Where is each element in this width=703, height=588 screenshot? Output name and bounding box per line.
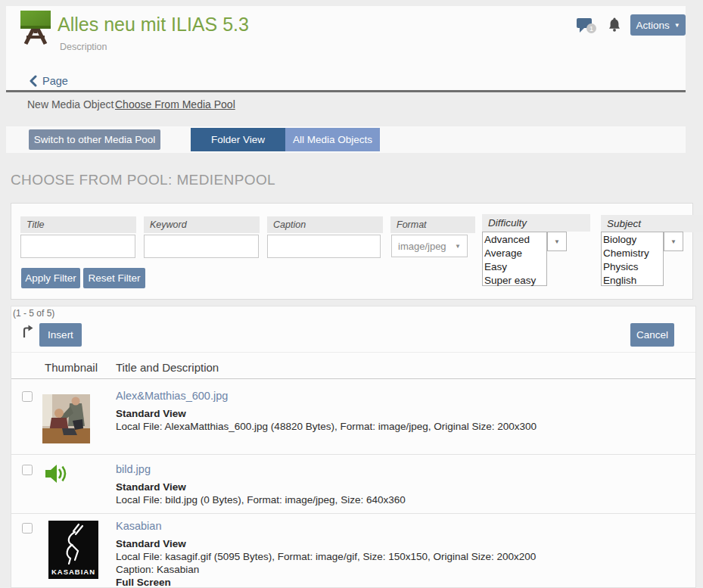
tab-choose-from-media-pool[interactable]: Choose From Media Pool <box>115 98 235 110</box>
subject-option[interactable]: Chemistry <box>603 247 661 260</box>
media-item-title-link[interactable]: Kasabian <box>116 520 161 532</box>
caret-down-icon: ▼ <box>674 22 680 29</box>
format-caret-icon: ▼ <box>455 243 461 250</box>
title-filter-label: Title <box>26 219 45 230</box>
media-file-details: Local File: AlexaMatthias_600.jpg (48820… <box>116 421 537 432</box>
difficulty-filter-label: Difficulty <box>488 217 527 229</box>
audio-speaker-icon <box>44 462 70 488</box>
keyword-filter-label: Keyword <box>150 219 187 230</box>
reset-filter-label: Reset Filter <box>88 272 140 284</box>
cancel-button-label: Cancel <box>636 329 668 341</box>
media-fullscreen-label: Full Screen <box>116 577 171 588</box>
back-chevron-icon[interactable] <box>29 75 38 90</box>
notifications-bell-icon[interactable] <box>608 17 621 36</box>
media-caption-details: Caption: Kasabian <box>116 564 199 575</box>
back-link-page[interactable]: Page <box>42 75 68 87</box>
subject-filter-label: Subject <box>607 218 641 229</box>
difficulty-filter-header: Difficulty <box>482 214 590 232</box>
all-media-objects-label: All Media Objects <box>293 134 372 145</box>
insert-arrow-icon <box>21 324 35 342</box>
toolbar-row-divider <box>11 352 695 353</box>
reset-filter-button[interactable]: Reset Filter <box>83 268 145 288</box>
kasabian-logo-thumbnail: KASABIAN <box>48 521 98 579</box>
subject-options-list[interactable]: Biology Chemistry Physics English <box>601 232 664 286</box>
caret-down-icon: ▼ <box>554 238 560 245</box>
column-header-thumbnail: Thumbnail <box>45 361 98 374</box>
subject-option[interactable]: Biology <box>603 233 661 247</box>
media-view-label: Standard View <box>116 408 186 419</box>
difficulty-dropdown-button[interactable]: ▼ <box>547 232 567 251</box>
results-card <box>11 306 696 588</box>
kasabian-logo-text: KASABIAN <box>48 568 98 576</box>
media-file-details: Local File: kasagif.gif (5095 Bytes), Fo… <box>116 551 536 562</box>
cancel-button[interactable]: Cancel <box>630 323 674 347</box>
row-divider <box>11 513 695 514</box>
row-divider <box>11 454 695 455</box>
format-filter-header: Format <box>390 216 475 233</box>
media-file-details: Local File: bild.jpg (0 Bytes), Format: … <box>116 494 406 506</box>
subject-option[interactable]: English <box>603 274 661 288</box>
actions-button-label: Actions <box>636 20 669 31</box>
insert-button[interactable]: Insert <box>39 323 82 347</box>
subject-filter-header: Subject <box>601 215 703 232</box>
blackboard-icon <box>18 9 53 48</box>
media-view-label: Standard View <box>116 481 186 493</box>
row-checkbox[interactable] <box>22 465 33 475</box>
page-title: Alles neu mit ILIAS 5.3 <box>58 14 249 36</box>
difficulty-option[interactable]: Super easy <box>484 274 545 288</box>
switch-media-pool-button[interactable]: Switch to other Media Pool <box>29 129 160 150</box>
keyword-filter-input[interactable] <box>144 235 259 258</box>
apply-filter-label: Apply Filter <box>25 272 76 284</box>
format-select[interactable]: image/jpeg ▼ <box>391 235 468 257</box>
difficulty-option[interactable]: Advanced <box>484 233 545 247</box>
page-description: Description <box>60 42 107 52</box>
difficulty-option[interactable]: Easy <box>484 260 545 274</box>
caption-filter-label: Caption <box>273 219 306 230</box>
media-thumbnail-photo <box>42 394 90 446</box>
table-header-divider <box>11 378 695 379</box>
difficulty-option[interactable]: Average <box>484 247 545 260</box>
subject-dropdown-button[interactable]: ▼ <box>664 232 683 251</box>
title-filter-header: Title <box>20 216 136 233</box>
difficulty-options-list[interactable]: Advanced Average Easy Super easy <box>482 232 547 286</box>
section-title: CHOOSE FROM POOL: MEDIENPOOL <box>11 172 275 188</box>
folder-view-label: Folder View <box>211 134 265 145</box>
comments-count-badge: 1 <box>586 23 596 33</box>
actions-button[interactable]: Actions ▼ <box>630 14 686 36</box>
media-item-title-link[interactable]: bild.jpg <box>116 463 151 475</box>
header-divider <box>6 90 686 92</box>
tab-new-media-object[interactable]: New Media Object <box>27 98 114 110</box>
format-select-value: image/jpeg <box>398 241 446 252</box>
title-filter-input[interactable] <box>20 235 135 258</box>
media-item-title-link[interactable]: Alex&Matthias_600.jpg <box>116 390 228 402</box>
caret-down-icon: ▼ <box>670 238 677 245</box>
row-checkbox[interactable] <box>22 391 33 402</box>
apply-filter-button[interactable]: Apply Filter <box>21 268 80 288</box>
format-filter-label: Format <box>397 219 427 230</box>
folder-view-toggle[interactable]: Folder View <box>191 128 285 151</box>
keyword-filter-header: Keyword <box>144 216 260 233</box>
all-media-objects-toggle[interactable]: All Media Objects <box>285 128 380 151</box>
caption-filter-input[interactable] <box>267 235 381 258</box>
caption-filter-header: Caption <box>267 216 383 233</box>
result-range-text: (1 - 5 of 5) <box>13 308 54 319</box>
media-view-label: Standard View <box>116 538 186 549</box>
row-checkbox[interactable] <box>22 523 33 534</box>
switch-media-pool-label: Switch to other Media Pool <box>34 134 156 145</box>
insert-button-label: Insert <box>48 329 73 341</box>
column-header-title-description: Title and Description <box>116 361 219 374</box>
subject-option[interactable]: Physics <box>603 260 661 274</box>
